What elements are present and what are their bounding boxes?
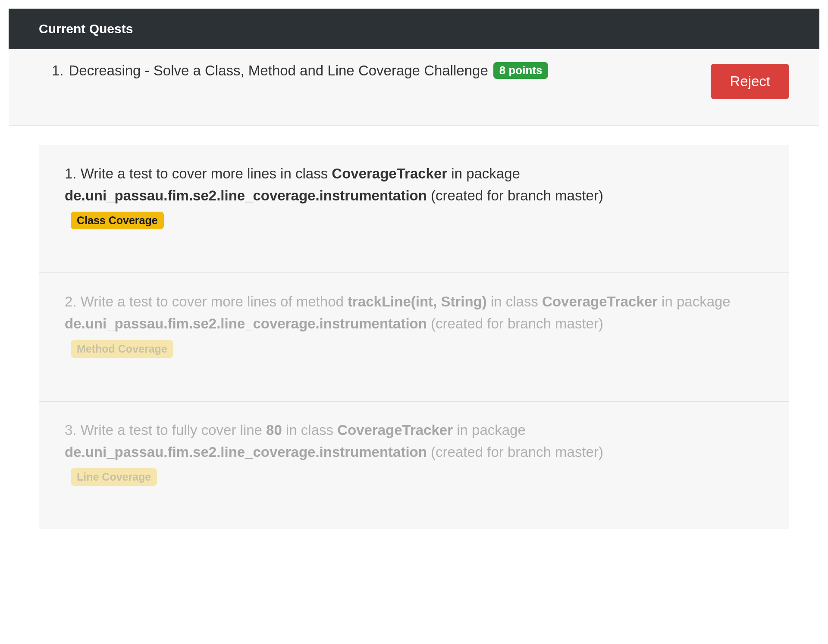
task-suffix: (created for branch master) bbox=[427, 444, 603, 460]
task-prefix: Write a test to cover more lines in clas… bbox=[81, 166, 332, 181]
task-class-name: CoverageTracker bbox=[542, 294, 658, 309]
task-mid: in package bbox=[453, 422, 526, 438]
points-badge: 8 points bbox=[493, 62, 549, 79]
panel-header: Current Quests bbox=[9, 9, 819, 49]
task-text: 1. Write a test to cover more lines in c… bbox=[65, 163, 763, 206]
task-prefix: Write a test to fully cover line bbox=[81, 422, 266, 438]
task-item[interactable]: 1. Write a test to cover more lines in c… bbox=[39, 145, 789, 273]
task-mid: in package bbox=[447, 166, 520, 181]
panel-title: Current Quests bbox=[39, 22, 133, 36]
task-package: de.uni_passau.fim.se2.line_coverage.inst… bbox=[65, 316, 427, 331]
coverage-badge: Line Coverage bbox=[71, 468, 157, 486]
task-item: 3. Write a test to fully cover line 80 i… bbox=[39, 402, 789, 529]
quest-title-area: 1. Decreasing - Solve a Class, Method an… bbox=[52, 62, 548, 79]
task-number: 2. bbox=[65, 294, 77, 309]
task-suffix: (created for branch master) bbox=[427, 316, 603, 331]
quest-title: Decreasing - Solve a Class, Method and L… bbox=[69, 63, 488, 79]
quest-row: 1. Decreasing - Solve a Class, Method an… bbox=[9, 49, 819, 126]
quests-panel: Current Quests 1. Decreasing - Solve a C… bbox=[9, 9, 819, 529]
task-list: 1. Write a test to cover more lines in c… bbox=[39, 145, 789, 529]
task-package: de.uni_passau.fim.se2.line_coverage.inst… bbox=[65, 188, 427, 203]
task-suffix: (created for branch master) bbox=[427, 188, 603, 203]
task-package: de.uni_passau.fim.se2.line_coverage.inst… bbox=[65, 444, 427, 460]
coverage-badge: Class Coverage bbox=[71, 212, 164, 229]
task-number: 1. bbox=[65, 166, 77, 181]
quest-number: 1. bbox=[52, 63, 64, 79]
task-text: 2. Write a test to cover more lines of m… bbox=[65, 291, 763, 335]
task-number: 3. bbox=[65, 422, 77, 438]
task-mid0: in class bbox=[487, 294, 542, 309]
task-line-number: 80 bbox=[266, 422, 282, 438]
reject-button[interactable]: Reject bbox=[711, 64, 789, 99]
task-mid: in package bbox=[658, 294, 731, 309]
task-class-name: CoverageTracker bbox=[332, 166, 447, 181]
task-class-name: CoverageTracker bbox=[337, 422, 453, 438]
task-method-name: trackLine(int, String) bbox=[348, 294, 487, 309]
task-mid0: in class bbox=[282, 422, 337, 438]
coverage-badge: Method Coverage bbox=[71, 340, 173, 358]
task-prefix: Write a test to cover more lines of meth… bbox=[81, 294, 348, 309]
task-item: 2. Write a test to cover more lines of m… bbox=[39, 273, 789, 401]
task-text: 3. Write a test to fully cover line 80 i… bbox=[65, 419, 763, 463]
